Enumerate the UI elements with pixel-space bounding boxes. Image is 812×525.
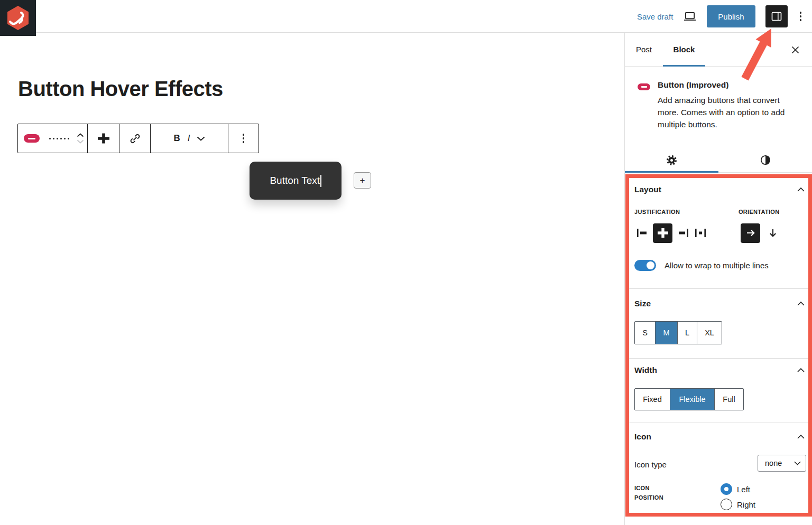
justification-options	[635, 221, 707, 245]
icon-position-label: ICON POSITION	[634, 484, 680, 502]
justification-label: JUSTIFICATION	[634, 209, 680, 215]
inspector-tabs	[625, 148, 812, 173]
icon-position-left-radio[interactable]	[721, 483, 732, 495]
text-cursor	[320, 175, 321, 187]
post-title[interactable]: Button Hover Effects	[18, 77, 223, 101]
close-icon	[791, 46, 799, 54]
block-card-title: Button (Improved)	[658, 80, 799, 90]
block-card: Button (Improved) Add amazing buttons th…	[638, 80, 799, 131]
button-block[interactable]: Button Text	[250, 162, 342, 200]
settings-sidebar-toggle[interactable]	[765, 5, 788, 27]
size-options: S M L XL	[634, 321, 722, 344]
half-circle-styles-icon	[759, 154, 772, 166]
panel-divider	[628, 423, 812, 423]
panel-divider	[628, 288, 812, 289]
size-l-button[interactable]: L	[677, 322, 697, 344]
block-options-button[interactable]	[241, 132, 247, 145]
icon-type-select[interactable]: none	[758, 455, 806, 472]
bold-button[interactable]: B	[171, 131, 182, 146]
panel-divider	[628, 358, 812, 359]
button-block-icon	[638, 83, 650, 90]
gutenberg-editor: Save draft Publish Button Hover Effects	[0, 0, 812, 525]
justification-button[interactable]	[95, 130, 112, 147]
gear-icon	[665, 154, 678, 167]
width-panel-title: Width	[634, 365, 657, 375]
button-text[interactable]: Button Text	[270, 175, 320, 186]
justify-right-icon	[677, 228, 689, 238]
move-down-icon[interactable]	[77, 139, 84, 144]
sidebar-panel-icon	[770, 10, 783, 23]
orientation-vertical-button[interactable]	[765, 223, 781, 243]
chevron-down-icon	[197, 136, 205, 141]
justify-center-icon	[657, 227, 669, 239]
hexagon-logo-icon	[6, 5, 30, 31]
size-xl-button[interactable]: XL	[697, 322, 722, 344]
laptop-icon	[683, 10, 697, 23]
orientation-options	[741, 221, 781, 245]
icon-position-options: Left Right	[721, 483, 755, 510]
icon-position-left-label: Left	[737, 485, 750, 494]
sidebar-tabs: Post Block	[625, 33, 812, 67]
size-m-button[interactable]: M	[655, 322, 677, 344]
icon-type-label: Icon type	[634, 460, 667, 469]
drag-handle[interactable]	[47, 136, 71, 142]
orientation-horizontal-button[interactable]	[741, 223, 760, 243]
justify-right-button[interactable]	[676, 223, 690, 243]
chevron-up-icon[interactable]	[797, 302, 805, 306]
orientation-label: ORIENTATION	[739, 209, 779, 215]
size-panel-title: Size	[634, 299, 651, 308]
chevron-down-icon	[794, 461, 801, 465]
layout-panel-header[interactable]: Layout	[634, 184, 805, 195]
width-flexible-button[interactable]: Flexible	[670, 389, 714, 410]
icon-position-right-label: Right	[737, 500, 755, 509]
icon-panel-header[interactable]: Icon	[634, 432, 805, 442]
icon-position-right-radio[interactable]	[721, 499, 732, 510]
icon-type-value: none	[765, 459, 782, 467]
chevron-up-icon[interactable]	[797, 188, 805, 192]
italic-button[interactable]: I	[186, 131, 191, 146]
publish-button[interactable]: Publish	[707, 5, 755, 27]
justify-center-button[interactable]	[653, 223, 672, 243]
link-button[interactable]	[127, 130, 143, 147]
layout-panel-title: Layout	[634, 185, 661, 194]
icon-panel-title: Icon	[634, 432, 651, 442]
justify-space-between-button[interactable]	[694, 223, 707, 243]
justify-left-button[interactable]	[635, 223, 649, 243]
more-options-button[interactable]	[798, 10, 804, 23]
settings-sidebar: Post Block Button (Improved) Add amazing…	[624, 33, 812, 525]
size-s-button[interactable]: S	[635, 322, 655, 344]
save-draft-button[interactable]: Save draft	[637, 12, 673, 21]
preview-button[interactable]	[683, 10, 697, 23]
block-type-button[interactable]	[22, 132, 42, 145]
width-fixed-button[interactable]: Fixed	[635, 389, 670, 410]
wrap-toggle[interactable]	[634, 260, 656, 271]
arrow-right-icon	[745, 228, 756, 238]
width-panel-header[interactable]: Width	[634, 365, 805, 376]
chevron-up-icon[interactable]	[797, 368, 805, 372]
move-up-icon[interactable]	[77, 133, 84, 137]
link-icon	[129, 133, 141, 145]
block-toolbar: B I	[17, 124, 259, 153]
size-panel-header[interactable]: Size	[634, 298, 805, 309]
wrap-toggle-label: Allow to wrap to multiple lines	[665, 261, 769, 270]
tab-block[interactable]: Block	[663, 33, 705, 66]
add-button-appender[interactable]: +	[354, 172, 371, 189]
close-sidebar-button[interactable]	[783, 33, 807, 67]
width-options: Fixed Flexible Full	[634, 388, 744, 410]
site-logo[interactable]	[0, 0, 36, 36]
tab-styles[interactable]	[718, 148, 812, 172]
button-block-icon	[24, 134, 40, 143]
arrow-down-icon	[768, 228, 778, 238]
justify-space-between-icon	[695, 228, 706, 238]
tab-settings[interactable]	[625, 148, 718, 172]
justify-left-icon	[636, 228, 648, 238]
tab-post[interactable]: Post	[625, 33, 663, 66]
width-full-button[interactable]: Full	[714, 389, 743, 410]
justify-center-icon	[97, 132, 110, 145]
chevron-up-icon[interactable]	[797, 435, 805, 439]
more-formats-button[interactable]	[195, 134, 207, 143]
block-card-description: Add amazing buttons that convert more. C…	[658, 95, 795, 131]
